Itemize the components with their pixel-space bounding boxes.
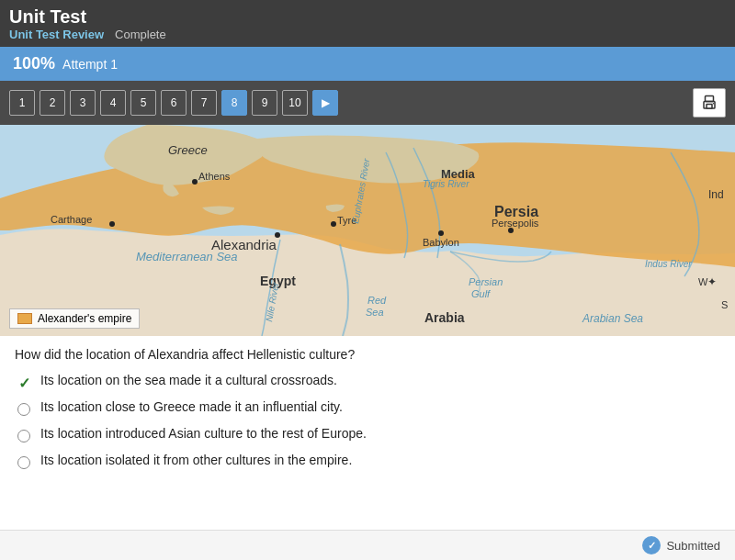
svg-point-6	[192, 179, 198, 185]
svg-point-8	[109, 221, 115, 227]
answer-option-3[interactable]: Its location introduced Asian culture to…	[15, 426, 720, 445]
status-badge: Complete	[115, 28, 166, 41]
svg-text:✦: ✦	[707, 275, 717, 288]
answer-option-4[interactable]: Its location isolated it from other cult…	[15, 453, 720, 472]
radio-circle	[17, 403, 30, 416]
question-area: How did the location of Alexandria affec…	[0, 336, 735, 530]
radio-icon	[15, 400, 33, 419]
nav-button-1[interactable]: 1	[9, 90, 35, 116]
answer-text: Its location isolated it from other cult…	[40, 453, 352, 467]
svg-text:Carthage: Carthage	[51, 214, 92, 225]
svg-text:Tigris River: Tigris River	[423, 179, 469, 189]
question-text: How did the location of Alexandria affec…	[15, 347, 720, 362]
radio-icon	[15, 454, 33, 472]
svg-text:Arabian Sea: Arabian Sea	[582, 312, 643, 325]
legend-label: Alexander's empire	[38, 312, 131, 325]
svg-text:Gulf: Gulf	[471, 288, 491, 299]
map-legend: Alexander's empire	[9, 308, 140, 329]
svg-text:Sea: Sea	[366, 307, 384, 318]
map-container: Greece Athens Carthage Mediterranean Sea…	[0, 125, 735, 336]
content-area: Greece Athens Carthage Mediterranean Sea…	[0, 125, 735, 530]
legend-color-box	[17, 313, 32, 324]
score-bar: 100%Attempt 1	[0, 47, 735, 81]
nav-button-8[interactable]: 8	[221, 90, 247, 116]
answer-text: Its location on the sea made it a cultur…	[40, 373, 337, 387]
svg-text:Persian: Persian	[469, 276, 503, 287]
svg-point-3	[713, 103, 715, 105]
page-title: Unit Test	[9, 6, 726, 28]
checkmark: ✓	[18, 375, 30, 392]
nav-button-3[interactable]: 3	[70, 90, 96, 116]
svg-text:Alexandria: Alexandria	[211, 237, 277, 252]
radio-icon	[15, 427, 33, 445]
nav-button-5[interactable]: 5	[130, 90, 156, 116]
nav-next-button[interactable]: ▶	[312, 90, 338, 116]
nav-button-6[interactable]: 6	[161, 90, 187, 116]
footer: ✓ Submitted	[0, 530, 735, 560]
svg-point-13	[331, 221, 336, 227]
score-value: 100%	[13, 54, 55, 73]
header: Unit Test Unit Test Review Complete	[0, 0, 735, 47]
answer-option-1[interactable]: ✓Its location on the sea made it a cultu…	[15, 373, 720, 392]
svg-point-15	[438, 230, 444, 236]
submitted-check-icon: ✓	[642, 536, 661, 554]
nav-button-9[interactable]: 9	[252, 90, 277, 116]
svg-text:Athens: Athens	[198, 171, 231, 182]
radio-circle	[17, 430, 30, 442]
answer-text: Its location close to Greece made it an …	[40, 399, 343, 414]
nav-button-4[interactable]: 4	[100, 90, 126, 116]
svg-text:S: S	[721, 299, 728, 310]
svg-text:Greece: Greece	[168, 143, 208, 157]
radio-circle	[17, 456, 30, 469]
nav-button-2[interactable]: 2	[40, 90, 65, 116]
check-icon: ✓	[15, 374, 33, 392]
nav-button-7[interactable]: 7	[191, 90, 217, 116]
nav-button-10[interactable]: 10	[282, 90, 308, 116]
answer-options: ✓Its location on the sea made it a cultu…	[15, 373, 720, 472]
print-button[interactable]	[693, 88, 726, 118]
submitted-badge: ✓ Submitted	[642, 536, 720, 554]
review-label: Unit Test Review	[9, 28, 104, 41]
svg-rect-2	[707, 105, 712, 109]
answer-text: Its location introduced Asian culture to…	[40, 426, 367, 441]
answer-option-2[interactable]: Its location close to Greece made it an …	[15, 399, 720, 419]
nav-bar: 12345678910▶	[0, 81, 735, 125]
svg-text:Indus River: Indus River	[645, 259, 692, 269]
svg-text:Red: Red	[368, 295, 387, 306]
svg-rect-0	[706, 96, 714, 102]
attempt-label: Attempt 1	[62, 57, 118, 72]
svg-text:Arabia: Arabia	[424, 310, 465, 325]
submitted-label: Submitted	[666, 539, 720, 553]
svg-text:Ind: Ind	[708, 188, 724, 201]
svg-text:Babylon: Babylon	[423, 237, 459, 248]
svg-text:Persia: Persia	[494, 204, 538, 219]
